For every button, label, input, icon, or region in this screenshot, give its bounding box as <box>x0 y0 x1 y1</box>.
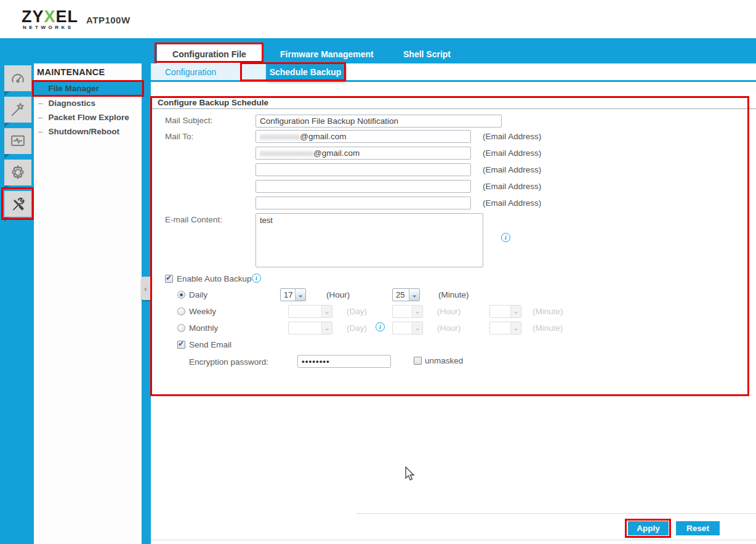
chevron-down-icon: ⌄ <box>510 322 521 334</box>
chevron-down-icon: ⌄ <box>412 322 422 334</box>
footer-bottom-divider <box>151 540 756 540</box>
chevron-down-icon: ⌄ <box>321 306 332 317</box>
enable-auto-backup-checkbox[interactable] <box>165 275 173 283</box>
subtab-underline <box>142 80 756 82</box>
rail-button-maintenance[interactable] <box>4 191 31 217</box>
info-icon[interactable]: i <box>501 233 510 242</box>
minute-unit-label: (Minute) <box>533 307 563 316</box>
device-model: ATP100W <box>86 15 131 25</box>
monthly-minute-select: ⌄ <box>489 322 521 335</box>
dashboard-icon <box>9 70 26 87</box>
minute-unit-label: (Minute) <box>533 323 563 333</box>
send-email-checkbox[interactable] <box>177 341 185 349</box>
weekly-day-select: ⌄ <box>288 305 332 318</box>
rail-fold-3 <box>4 154 10 159</box>
logo-el: EL <box>56 7 79 26</box>
email-address-hint: (Email Address) <box>483 148 541 158</box>
email-address-hint: (Email Address) <box>483 182 541 191</box>
sidebar-item-diagnostics[interactable]: – Diagnostics <box>34 96 142 110</box>
sidebar-item-shutdown-reboot[interactable]: – Shutdown/Reboot <box>34 124 142 138</box>
monthly-radio[interactable] <box>177 324 185 332</box>
unmasked-checkbox[interactable] <box>414 357 422 365</box>
apply-button[interactable]: Apply <box>628 521 669 535</box>
sidebar-collapse-handle[interactable]: ‹ <box>141 277 150 300</box>
chevron-down-icon: ⌄ <box>412 306 422 317</box>
chevron-down-icon: ⌄ <box>510 306 521 317</box>
email-domain-text: @gmail.com <box>313 148 360 158</box>
dash-glyph: – <box>38 113 43 122</box>
rail-fold-4 <box>4 185 10 190</box>
daily-minute-select[interactable]: 25⌄ <box>392 288 420 301</box>
mail-to-input-4[interactable] <box>255 180 471 193</box>
mouse-cursor <box>404 466 416 482</box>
logo-zy: ZY <box>22 7 44 26</box>
info-icon[interactable]: i <box>252 274 261 283</box>
maintenance-tools-icon <box>9 195 26 213</box>
rail-fold-1 <box>4 91 10 96</box>
unmasked-label: unmasked <box>425 356 463 365</box>
weekly-radio[interactable] <box>177 307 185 315</box>
rail-button-dashboard[interactable] <box>4 65 31 91</box>
email-address-hint: (Email Address) <box>483 165 541 174</box>
send-email-label: Send Email <box>189 340 231 349</box>
subtab-schedule-backup[interactable]: Schedule Backup <box>266 63 345 81</box>
hour-unit-label: (Hour) <box>437 323 460 333</box>
rail-fold-5 <box>4 217 10 222</box>
daily-label: Daily <box>189 290 207 299</box>
monthly-label: Monthly <box>189 323 218 333</box>
info-icon[interactable]: i <box>376 322 385 331</box>
sidebar-item-packet-flow-explore[interactable]: – Packet Flow Explore <box>34 110 142 124</box>
day-unit-label: (Day) <box>347 307 367 316</box>
email-address-hint: (Email Address) <box>483 132 541 141</box>
rail-button-configuration[interactable] <box>4 160 31 185</box>
tab-firmware-management[interactable]: Firmware Management <box>280 46 374 62</box>
logo-x: X <box>44 7 56 26</box>
encryption-password-input[interactable] <box>297 355 391 368</box>
monthly-hour-value <box>393 322 412 334</box>
hour-unit-label: (Hour) <box>437 307 460 316</box>
daily-hour-value: 17 <box>281 289 295 301</box>
sidebar-item-label: File Manager <box>49 84 100 93</box>
weekly-label: Weekly <box>189 307 216 316</box>
monthly-hour-select: ⌄ <box>392 322 423 335</box>
weekly-hour-select: ⌄ <box>392 305 423 318</box>
mail-to-input-1[interactable]: xxxxxxxxx@gmail.com <box>255 130 471 143</box>
weekly-day-value <box>289 306 321 317</box>
redacted-email-text: xxxxxxxxxxxx <box>260 148 313 158</box>
reset-button[interactable]: Reset <box>676 521 720 535</box>
mail-subject-label: Mail Subject: <box>165 116 212 125</box>
email-content-textarea[interactable]: test <box>255 213 483 267</box>
rail-fold-2 <box>4 123 10 128</box>
subtab-configuration[interactable]: Configuration <box>151 63 266 80</box>
rail-button-wizard[interactable] <box>4 97 31 123</box>
tab-configuration-file[interactable]: Configuration File <box>157 44 262 63</box>
redacted-email-text: xxxxxxxxx <box>260 132 300 141</box>
mail-subject-input[interactable] <box>255 115 502 128</box>
mail-to-input-5[interactable] <box>255 197 471 209</box>
mail-to-input-2[interactable]: xxxxxxxxxxxx@gmail.com <box>255 147 471 160</box>
dash-glyph: – <box>38 84 43 93</box>
encryption-password-label: Encryption password: <box>189 357 268 367</box>
app-header: ZYXEL NETWORKS ATP100W <box>0 0 756 38</box>
monthly-day-value <box>289 322 321 334</box>
wizard-icon <box>9 101 26 118</box>
sidebar-item-label: Packet Flow Explore <box>49 113 129 122</box>
weekly-minute-select: ⌄ <box>489 305 521 318</box>
tab-shell-script[interactable]: Shell Script <box>403 46 451 62</box>
footer-dotted-divider <box>357 513 756 514</box>
sidebar-item-label: Diagnostics <box>49 99 96 108</box>
configuration-gear-icon <box>9 163 27 182</box>
chevron-down-icon: ⌄ <box>321 322 332 334</box>
weekly-minute-value <box>490 306 510 317</box>
zyxel-logo: ZYXEL <box>22 7 78 26</box>
sidebar-item-file-manager[interactable]: – File Manager <box>34 81 142 95</box>
daily-hour-select[interactable]: 17⌄ <box>280 288 306 301</box>
email-content-label: E-mail Content: <box>165 215 222 224</box>
chevron-down-icon: ⌄ <box>295 289 305 301</box>
monitor-icon <box>9 132 26 150</box>
mail-to-input-3[interactable] <box>255 163 471 176</box>
monthly-day-select: ⌄ <box>288 322 332 335</box>
daily-minute-value: 25 <box>393 289 409 301</box>
rail-button-monitor[interactable] <box>4 128 31 154</box>
daily-radio[interactable] <box>177 291 185 299</box>
